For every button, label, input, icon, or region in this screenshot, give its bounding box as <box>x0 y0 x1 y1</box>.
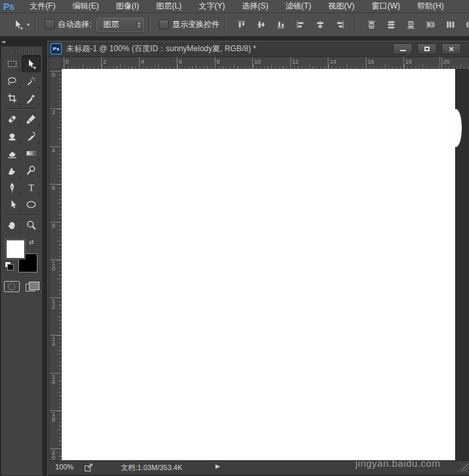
tool-flyout-indicator <box>37 103 39 105</box>
tool-flyout-indicator <box>37 141 39 143</box>
auto-select-label: 自动选择: <box>58 19 91 30</box>
menu-item-1[interactable]: 编辑(E) <box>64 1 107 12</box>
ruler-label: 16 <box>368 58 374 65</box>
menu-item-3[interactable]: 图层(L) <box>148 1 190 12</box>
ruler-label: 1 6 <box>52 374 55 385</box>
ruler-corner[interactable] <box>50 57 62 69</box>
align-horizontal-centers-button[interactable] <box>315 19 326 30</box>
menu-bar: Ps 文件(F)编辑(E)图像(I)图层(L)文字(Y)选择(S)滤镜(T)视图… <box>0 0 469 13</box>
ruler-label: 6 <box>52 185 55 190</box>
default-colors-icon[interactable] <box>5 261 14 270</box>
window-resize-grip[interactable] <box>458 461 468 471</box>
align-icons-strip <box>231 16 469 33</box>
horizontal-ruler[interactable]: 02468101214161820 <box>62 57 469 69</box>
distribute-top-edges-button[interactable] <box>366 19 377 30</box>
auto-select-checkbox[interactable] <box>45 20 55 30</box>
tool-group-divider <box>5 108 39 109</box>
auto-select-dropdown[interactable]: 图层 ▴▾ <box>97 18 144 32</box>
distribute-horizontal-centers-button[interactable] <box>445 19 456 30</box>
photoshop-logo: Ps <box>0 1 21 12</box>
align-right-edges-button[interactable] <box>334 19 346 30</box>
brush-tool[interactable] <box>22 110 41 127</box>
ps-file-icon: Ps <box>51 43 62 54</box>
ruler-major-tick <box>215 57 215 69</box>
crop-tool[interactable] <box>3 89 22 106</box>
ellipse-tool[interactable] <box>22 196 41 213</box>
ruler-label: 8 <box>52 223 55 228</box>
distribute-left-edges-button[interactable] <box>425 19 436 30</box>
menu-item-8[interactable]: 窗口(W) <box>363 1 409 12</box>
pen-tool[interactable] <box>3 179 22 196</box>
spot-healing-brush-tool[interactable] <box>3 110 22 127</box>
zoom-tool[interactable] <box>22 217 41 234</box>
history-brush-tool[interactable] <box>22 127 41 144</box>
quick-mask-mode-button[interactable] <box>4 281 18 292</box>
swap-colors-icon[interactable]: ⇄ <box>29 239 34 246</box>
tool-flyout-indicator <box>18 192 20 194</box>
ruler-major-tick <box>441 57 442 69</box>
document-canvas[interactable] <box>62 69 455 460</box>
menu-item-0[interactable]: 文件(F) <box>21 1 64 12</box>
tool-flyout-indicator <box>37 209 39 211</box>
ruler-label: 0 <box>66 58 69 65</box>
magic-wand-tool[interactable] <box>22 72 41 89</box>
distribute-bottom-edges-button[interactable] <box>405 19 416 30</box>
ruler-major-tick <box>101 57 102 69</box>
panel-grip[interactable] <box>11 49 33 53</box>
eraser-tool[interactable] <box>3 144 22 162</box>
path-selection-tool[interactable] <box>3 196 22 213</box>
ruler-label: 4 <box>141 58 145 65</box>
ruler-edge-marker <box>439 57 440 69</box>
menu-item-2[interactable]: 图像(I) <box>107 1 147 12</box>
maximize-button[interactable] <box>417 43 437 54</box>
minimize-button[interactable] <box>393 43 413 54</box>
tool-flyout-indicator <box>37 158 39 160</box>
tool-flyout-indicator <box>18 124 20 126</box>
align-bottom-edges-button[interactable] <box>275 19 286 30</box>
close-button[interactable]: × <box>441 43 461 54</box>
tool-preset-picker[interactable]: ▾ <box>12 18 30 31</box>
distribute-right-edges-button[interactable] <box>464 19 469 30</box>
collapse-panel-icon[interactable]: ◂◂ <box>1 39 4 45</box>
hand-tool[interactable] <box>3 217 22 234</box>
type-tool[interactable]: T <box>22 179 41 196</box>
svg-text:T: T <box>28 182 34 192</box>
status-flyout-arrow-icon[interactable]: ▶ <box>215 463 220 469</box>
document-tab-bar[interactable]: Ps 未标题-1 @ 100% (百度ID：sunnyMelody夏, RGB/… <box>48 41 469 57</box>
gradient-tool[interactable] <box>22 144 41 162</box>
show-transform-checkbox[interactable] <box>159 20 169 30</box>
rectangular-marquee-tool[interactable] <box>3 55 22 72</box>
ruler-label: 2 <box>103 58 106 65</box>
document-title: 未标题-1 @ 100% (百度ID：sunnyMelody夏, RGB/8) … <box>66 43 256 54</box>
tool-flyout-indicator <box>18 175 20 177</box>
menu-item-6[interactable]: 滤镜(T) <box>277 1 319 12</box>
eyedropper-tool[interactable] <box>22 89 41 106</box>
foreground-color-swatch[interactable] <box>6 240 25 259</box>
tool-flyout-indicator <box>37 124 39 126</box>
dodge-tool[interactable] <box>22 162 41 179</box>
menu-item-5[interactable]: 选择(S) <box>233 1 277 12</box>
canvas-edge-artifact <box>450 109 462 147</box>
smudge-tool[interactable] <box>3 162 22 179</box>
clone-stamp-tool[interactable] <box>3 127 22 144</box>
show-transform-label: 显示变换控件 <box>172 19 219 30</box>
export-icon[interactable] <box>84 463 93 472</box>
vertical-ruler[interactable]: 024681 01 21 41 61 82 0 <box>50 69 62 460</box>
tool-flyout-indicator <box>37 86 39 88</box>
chevron-down-icon: ▾ <box>27 22 30 28</box>
zoom-level-field[interactable]: 100% <box>55 463 74 471</box>
distribute-vertical-centers-button[interactable] <box>386 19 397 30</box>
align-left-edges-button[interactable] <box>295 19 306 30</box>
menu-item-9[interactable]: 帮助(H) <box>409 1 453 12</box>
align-vertical-centers-button[interactable] <box>256 19 267 30</box>
lasso-tool[interactable] <box>3 72 22 89</box>
ruler-major-tick <box>177 57 177 69</box>
menu-item-4[interactable]: 文字(Y) <box>190 1 233 12</box>
menu-item-7[interactable]: 视图(V) <box>320 1 363 12</box>
tool-flyout-indicator <box>37 192 39 194</box>
move-tool[interactable] <box>22 55 41 72</box>
updown-carets-icon: ▴▾ <box>138 22 140 28</box>
tool-panel: T ⇄ <box>1 46 43 476</box>
screen-mode-button[interactable] <box>25 281 39 292</box>
align-top-edges-button[interactable] <box>236 19 247 30</box>
